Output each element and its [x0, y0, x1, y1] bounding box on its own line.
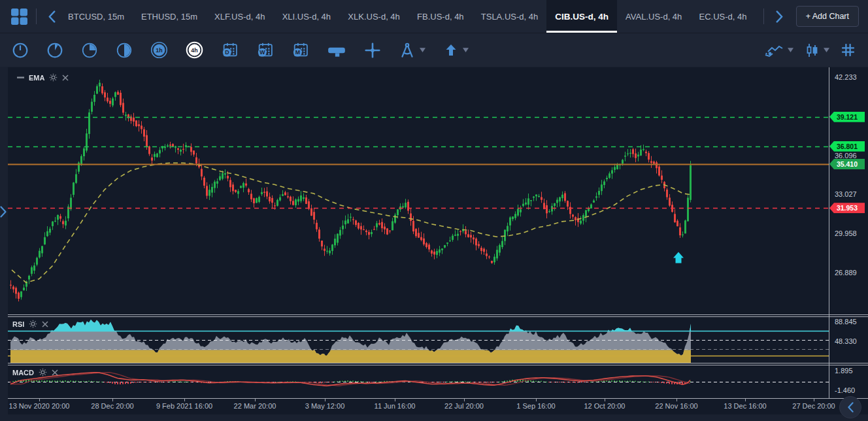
tab-ethusd[interactable]: ETHUSD, 15m: [133, 0, 206, 33]
grid-layout-button[interactable]: [840, 42, 856, 58]
price-axis-tick: 26.889: [829, 268, 868, 277]
topbar-divider-right: [763, 8, 764, 24]
macd-label: MACD: [12, 369, 34, 377]
time-axis-tick: [464, 399, 465, 401]
time-axis-tick: [112, 399, 113, 401]
tab-btcusd[interactable]: BTCUSD, 15m: [59, 0, 133, 33]
clock-small-wedge-button[interactable]: [46, 42, 63, 59]
tab-fb-us-d[interactable]: FB.US-d, 4h: [409, 0, 473, 33]
arrow-marker-button[interactable]: [443, 42, 469, 58]
macd-legend: MACD: [12, 368, 58, 377]
time-axis-label: 27 Dec 20:00: [792, 402, 835, 410]
tabs-scroll-left-chevron-icon[interactable]: [44, 10, 59, 23]
rsi-axis-tick: 48.330: [829, 337, 868, 346]
macd-close-icon[interactable]: [52, 369, 58, 376]
rsi-close-icon[interactable]: [42, 321, 48, 328]
topbar-left: [0, 0, 59, 33]
time-axis-tick: [325, 399, 326, 401]
trading-app-window: BTCUSD, 15mETHUSD, 15mXLF.US-d, 4hXLI.US…: [0, 0, 868, 421]
time-axis-label: 13 Dec 16:00: [724, 402, 766, 410]
toolbar-left-group: 1h4hDWM: [12, 41, 469, 59]
tab-tsla-us-d[interactable]: TSLA.US-d, 4h: [473, 0, 546, 33]
tab-cib-us-d[interactable]: CIB.US-d, 4h: [546, 0, 617, 33]
date-range-button[interactable]: [327, 42, 346, 59]
tab-xli-us-d[interactable]: XLI.US-d, 4h: [274, 0, 340, 33]
time-axis-label: 22 Mar 20:00: [234, 402, 276, 410]
apps-grid-icon[interactable]: [10, 8, 28, 25]
time-axis-tick: [745, 399, 746, 401]
ema-legend: EMA: [17, 73, 69, 82]
chevron-down-icon: [824, 48, 829, 52]
rsi-canvas[interactable]: [8, 317, 829, 363]
macd-axis-tick: 1.895: [829, 366, 868, 375]
svg-text:M: M: [295, 49, 300, 56]
clock-minute-hand-button[interactable]: [12, 42, 29, 59]
price-axis-tick: 36.096: [829, 151, 868, 160]
tab-ec-us-d[interactable]: EC.US-d, 4h: [690, 0, 755, 33]
time-axis-tick: [39, 399, 40, 401]
chart-tab-bar: BTCUSD, 15mETHUSD, 15mXLF.US-d, 4hXLI.US…: [0, 0, 868, 33]
time-axis-label: 13 Nov 2020 20:00: [9, 402, 70, 410]
time-axis-tick: [255, 399, 256, 401]
macd-axis-tick: -1.460: [829, 386, 868, 395]
add-chart-button[interactable]: + Add Chart: [796, 6, 859, 27]
price-axis-tick: 33.027: [829, 190, 868, 199]
tab-aval-us-d[interactable]: AVAL.US-d, 4h: [617, 0, 690, 33]
chevron-down-icon: [420, 48, 426, 52]
time-axis-tick: [676, 399, 677, 401]
svg-text:D: D: [225, 49, 229, 56]
ema-settings-gear-icon[interactable]: [49, 73, 58, 82]
topbar-divider: [36, 8, 37, 24]
price-level-badge: 35.410: [829, 159, 865, 169]
tab-xlf-us-d[interactable]: XLF.US-d, 4h: [206, 0, 274, 33]
crosshair-button[interactable]: [364, 42, 381, 59]
chevron-left-circle-button[interactable]: [839, 396, 861, 418]
time-axis-label: 1 Sep 16:00: [516, 402, 555, 410]
rsi-legend: RSI: [12, 320, 48, 328]
timeframe-week-button[interactable]: W: [256, 41, 274, 59]
series-style-button[interactable]: [804, 42, 829, 59]
expand-left-drawer-chevron-icon[interactable]: [0, 206, 7, 218]
svg-text:W: W: [259, 49, 265, 56]
clock-half-button[interactable]: [116, 42, 133, 59]
time-axis-label: 28 Dec 20:00: [91, 402, 133, 410]
clock-quarter-button[interactable]: [81, 42, 98, 59]
time-axis-tick: [814, 399, 814, 401]
ema-collapse-minus-icon[interactable]: [17, 76, 24, 79]
ema-label: EMA: [29, 74, 44, 82]
timeframe-4h-button[interactable]: 4h: [186, 41, 203, 59]
rsi-label: RSI: [12, 320, 24, 328]
tab-xlk-us-d[interactable]: XLK.US-d, 4h: [339, 0, 409, 33]
svg-text:1h: 1h: [156, 47, 162, 54]
time-axis-label: 9 Feb 2021 16:00: [156, 402, 212, 410]
time-axis-label: 22 Jul 20:00: [444, 402, 484, 410]
rsi-pane[interactable]: [8, 317, 868, 363]
price-axis-tick: 29.958: [829, 229, 868, 238]
indicators-button[interactable]: [764, 42, 793, 59]
svg-text:4h: 4h: [191, 47, 197, 54]
macd-settings-gear-icon[interactable]: [39, 368, 47, 377]
drawing-tools-button[interactable]: [399, 42, 426, 59]
time-axis[interactable]: 13 Nov 2020 20:0028 Dec 20:009 Feb 2021 …: [8, 399, 868, 414]
rsi-axis-tick: 88.845: [829, 317, 868, 326]
topbar-right: + Add Chart: [756, 0, 868, 33]
ema-close-icon[interactable]: [62, 75, 69, 81]
tab-list: BTCUSD, 15mETHUSD, 15mXLF.US-d, 4hXLI.US…: [59, 0, 756, 33]
main-chart-pane[interactable]: [8, 67, 868, 314]
macd-canvas[interactable]: [8, 365, 829, 398]
timeframe-month-button[interactable]: M: [292, 41, 309, 59]
price-level-badge: 39.121: [829, 112, 865, 122]
candlestick-canvas[interactable]: [8, 67, 829, 314]
macd-pane[interactable]: [8, 365, 868, 398]
toolbar-right-group: [764, 42, 856, 59]
price-level-badge: 36.801: [829, 141, 865, 152]
time-axis-label: 12 Oct 20:00: [584, 402, 626, 410]
time-axis-label: 11 Jun 16:00: [375, 402, 416, 410]
time-axis-label: 3 May 12:00: [305, 402, 345, 410]
tabs-scroll-right-chevron-icon[interactable]: [772, 10, 787, 23]
timeframe-day-button[interactable]: D: [221, 41, 239, 59]
price-axis-tick: 42.233: [829, 73, 868, 82]
rsi-settings-gear-icon[interactable]: [29, 320, 37, 328]
timeframe-1h-button[interactable]: 1h: [150, 41, 168, 59]
time-axis-tick: [395, 399, 395, 401]
